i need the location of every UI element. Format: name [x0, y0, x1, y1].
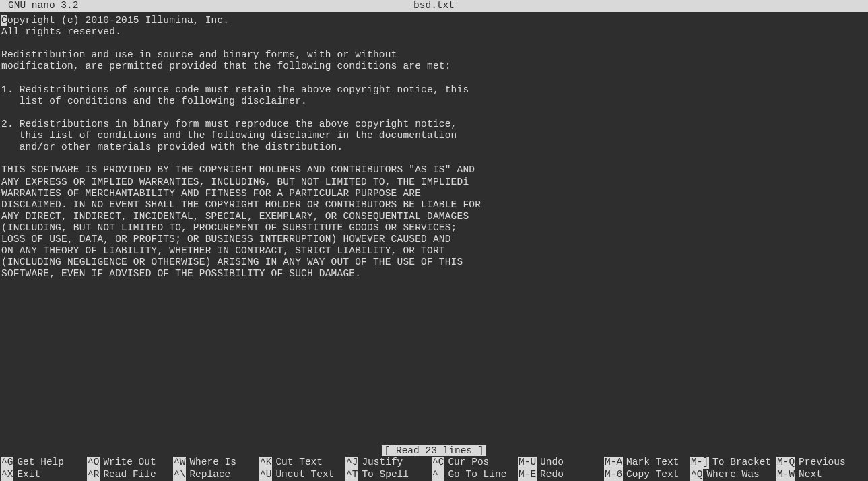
line: 2. Redistributions in binary form must r… [1, 119, 457, 129]
shortcut-cur-pos[interactable]: ^CCur Pos [432, 457, 518, 468]
editor-header: GNU nano 3.2 bsd.txt [0, 0, 868, 12]
line: All rights reserved. [1, 26, 121, 37]
shortcut-cut-text[interactable]: ^KCut Text [259, 457, 345, 468]
status-line: [ Read 23 lines ] [0, 445, 868, 457]
shortcut-mark-text[interactable]: M-AMark Text [604, 457, 690, 468]
cursor: C [1, 15, 7, 26]
line: 1. Redistributions of source code must r… [1, 84, 469, 95]
footer-shortcuts: ^GGet Help ^OWrite Out ^WWhere Is ^KCut … [0, 457, 868, 481]
shortcut-go-to-line[interactable]: ^_Go To Line [432, 469, 518, 480]
shortcut-get-help[interactable]: ^GGet Help [1, 457, 87, 468]
line: (INCLUDING NEGLIGENCE OR OTHERWISE) ARIS… [1, 257, 463, 267]
line: (INCLUDING, BUT NOT LIMITED TO, PROCUREM… [1, 222, 457, 233]
line: this list of conditions and the followin… [1, 130, 457, 141]
line: ON ANY THEORY OF LIABILITY, WHETHER IN C… [1, 245, 445, 256]
line: WARRANTIES OF MERCHANTABILITY AND FITNES… [1, 188, 421, 199]
line: ANY EXPRESS OR IMPLIED WARRANTIES, INCLU… [1, 177, 469, 187]
footer-row-1: ^GGet Help ^OWrite Out ^WWhere Is ^KCut … [0, 457, 868, 469]
shortcut-uncut-text[interactable]: ^UUncut Text [259, 469, 345, 480]
shortcut-replace[interactable]: ^\Replace [173, 469, 259, 480]
line: and/or other materials provided with the… [1, 141, 343, 152]
shortcut-undo[interactable]: M-UUndo [518, 457, 604, 468]
shortcut-redo[interactable]: M-ERedo [518, 469, 604, 480]
status-text: [ Read 23 lines ] [382, 445, 487, 456]
shortcut-to-spell[interactable]: ^TTo Spell [345, 469, 432, 480]
app-name: GNU nano 3.2 [8, 0, 78, 11]
line: list of conditions and the following dis… [1, 96, 307, 106]
shortcut-read-file[interactable]: ^RRead File [87, 469, 173, 480]
line: modification, are permitted provided tha… [1, 61, 451, 71]
shortcut-to-bracket[interactable]: M-]To Bracket [690, 457, 776, 468]
editor-content[interactable]: Copyright (c) 2010-2015 Illumina, Inc. A… [0, 12, 868, 280]
filename: bsd.txt [413, 0, 455, 11]
shortcut-justify[interactable]: ^JJustify [345, 457, 432, 468]
line: ANY DIRECT, INDIRECT, INCIDENTAL, SPECIA… [1, 211, 469, 222]
shortcut-copy-text[interactable]: M-6Copy Text [604, 469, 690, 480]
line: Redistribution and use in source and bin… [1, 49, 397, 60]
shortcut-previous[interactable]: M-QPrevious [776, 457, 863, 468]
line-0-rest: opyright (c) 2010-2015 Illumina, Inc. [7, 15, 229, 26]
line: DISCLAIMED. IN NO EVENT SHALL THE COPYRI… [1, 199, 481, 210]
shortcut-write-out[interactable]: ^OWrite Out [87, 457, 173, 468]
footer-row-2: ^XExit ^RRead File ^\Replace ^UUncut Tex… [0, 469, 868, 481]
shortcut-next[interactable]: M-WNext [776, 469, 863, 480]
shortcut-exit[interactable]: ^XExit [1, 469, 87, 480]
line: THIS SOFTWARE IS PROVIDED BY THE COPYRIG… [1, 164, 475, 175]
shortcut-where-is[interactable]: ^WWhere Is [173, 457, 259, 468]
shortcut-where-was[interactable]: ^QWhere Was [690, 469, 776, 480]
line: LOSS OF USE, DATA, OR PROFITS; OR BUSINE… [1, 234, 451, 245]
line: SOFTWARE, EVEN IF ADVISED OF THE POSSIBI… [1, 268, 361, 279]
